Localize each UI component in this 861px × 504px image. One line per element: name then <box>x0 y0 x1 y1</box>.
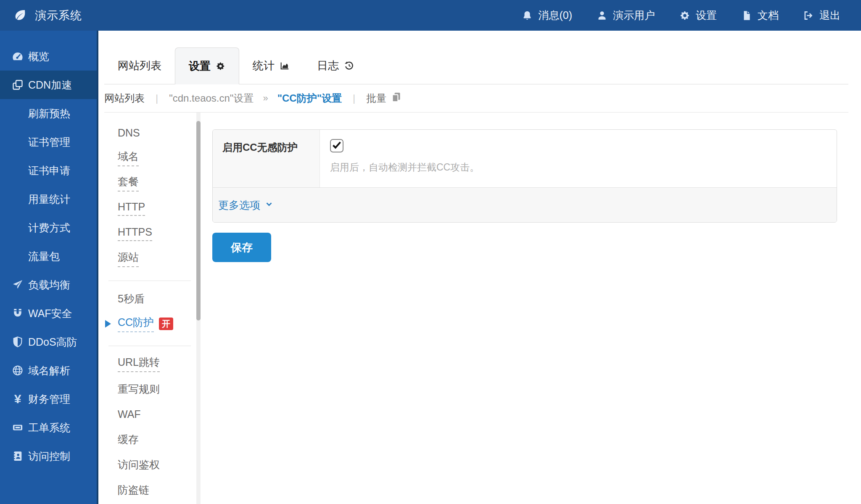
sidebar-item-billing[interactable]: 计费方式 <box>0 213 97 242</box>
scrollbar-thumb[interactable] <box>196 121 201 320</box>
subnav-item-cache[interactable]: 缓存 <box>104 427 201 452</box>
sign-out-icon <box>803 10 814 21</box>
subnav-label: 5秒盾 <box>118 292 145 306</box>
subnav-label: 域名 <box>118 150 139 166</box>
docs-label: 文档 <box>758 8 779 22</box>
subnav-item-url-redirect[interactable]: URL跳转 <box>104 351 201 376</box>
bell-icon <box>522 10 533 21</box>
user-menu[interactable]: 演示用户 <box>584 0 667 31</box>
subnav-item-hotlink-protection[interactable]: 防盗链 <box>104 477 201 502</box>
subnav-label: DNS <box>118 127 140 139</box>
subnav-item-cc-protection[interactable]: CC防护 开 <box>104 311 201 336</box>
sidebar-item-label: 域名解析 <box>0 364 70 378</box>
settings-button[interactable]: 设置 <box>667 0 729 31</box>
subnav-label: 源站 <box>118 250 139 267</box>
sidebar-item-label: 概览 <box>0 50 49 63</box>
subnav-item-dns[interactable]: DNS <box>104 120 201 145</box>
cc-protection-form: 启用CC无感防护 启用后，自动检测并拦截CC攻击。 更多选项 <box>201 113 861 504</box>
yuan-icon: ¥ <box>11 393 24 405</box>
subnav-label: 访问鉴权 <box>118 458 160 472</box>
subnav-divider <box>108 346 191 346</box>
docs-button[interactable]: 文档 <box>729 0 791 31</box>
logout-button[interactable]: 退出 <box>791 0 853 31</box>
setting-row: 启用CC无感防护 启用后，自动检测并拦截CC攻击。 <box>213 130 837 187</box>
history-icon <box>344 60 354 71</box>
checkmark-icon <box>332 140 342 152</box>
tab-label: 设置 <box>189 59 211 74</box>
subnav-label: CC防护 <box>118 315 154 332</box>
breadcrumb-arrow: » <box>263 93 268 104</box>
batch-button[interactable]: 批量 <box>366 92 402 105</box>
user-label: 演示用户 <box>613 8 655 22</box>
sidebar-item-label: 用量统计 <box>0 192 70 206</box>
tab-logs[interactable]: 日志 <box>304 47 368 84</box>
sidebar-item-overview[interactable]: 概览 <box>0 42 97 71</box>
subnav-divider <box>108 281 191 281</box>
subnav-item-origin[interactable]: 源站 <box>104 246 201 271</box>
gauge-icon <box>11 50 24 63</box>
sidebar-item-finance[interactable]: ¥ 财务管理 <box>0 385 97 413</box>
sidebar-item-usage-stats[interactable]: 用量统计 <box>0 185 97 213</box>
topbar-menu: 消息(0) 演示用户 设置 文档 退出 <box>510 0 861 31</box>
sidebar-item-traffic-pack[interactable]: 流量包 <box>0 242 97 270</box>
area-chart-icon <box>280 60 290 71</box>
tab-statistics[interactable]: 统计 <box>239 47 304 84</box>
sidebar-item-cert-apply[interactable]: 证书申请 <box>0 156 97 185</box>
logout-label: 退出 <box>819 8 840 22</box>
sidebar-item-dns-resolve[interactable]: 域名解析 <box>0 356 97 385</box>
document-icon <box>741 10 752 21</box>
brand: 演示系统 <box>0 8 82 23</box>
tab-settings[interactable]: 设置 <box>175 47 239 84</box>
sidebar-item-ddos[interactable]: DDoS高防 <box>0 328 97 356</box>
subnav-item-https[interactable]: HTTPS <box>104 221 201 246</box>
subnav-item-waf[interactable]: WAF <box>104 402 201 427</box>
subnav-item-domain[interactable]: 域名 <box>104 145 201 171</box>
sidebar-item-tickets[interactable]: 工单系统 <box>0 413 97 442</box>
subnav-item-http[interactable]: HTTP <box>104 196 201 221</box>
subnav-label: HTTPS <box>118 226 152 241</box>
sidebar-item-access-control[interactable]: 访问控制 <box>0 442 97 470</box>
content-body: DNS 域名 套餐 HTTP HTTPS 源站 5秒盾 CC防护 开 URL跳转… <box>98 113 861 504</box>
user-icon <box>597 10 607 21</box>
subnav-item-plan[interactable]: 套餐 <box>104 171 201 196</box>
more-options-link[interactable]: 更多选项 <box>218 198 274 212</box>
messages-button[interactable]: 消息(0) <box>510 0 584 31</box>
sidebar-item-waf[interactable]: WAF安全 <box>0 299 97 328</box>
help-text: 启用后，自动检测并拦截CC攻击。 <box>330 161 837 174</box>
sidebar-item-label: CDN加速 <box>0 78 72 92</box>
sidebar-item-cdn[interactable]: CDN加速 <box>0 71 97 99</box>
more-options-row: 更多选项 <box>213 187 837 222</box>
breadcrumb-site-list[interactable]: 网站列表 <box>104 92 145 105</box>
sidebar-item-label: WAF安全 <box>0 307 72 320</box>
tab-label: 统计 <box>253 58 275 73</box>
subnav-item-access-auth[interactable]: 访问鉴权 <box>104 452 201 477</box>
sidebar-item-cert-manage[interactable]: 证书管理 <box>0 128 97 156</box>
sidebar-item-refresh-preheat[interactable]: 刷新预热 <box>0 99 97 128</box>
more-options-label: 更多选项 <box>218 198 260 212</box>
tab-bar: 网站列表 设置 统计 日志 <box>104 31 848 84</box>
sidebar-item-load-balance[interactable]: 负载均衡 <box>0 270 97 299</box>
setting-value-cell: 启用后，自动检测并拦截CC攻击。 <box>320 130 837 187</box>
sidebar-item-label: 负载均衡 <box>0 278 70 292</box>
id-card-icon <box>11 450 24 462</box>
breadcrumb-separator: | <box>353 92 355 104</box>
ticket-icon <box>11 422 24 433</box>
breadcrumb-separator: | <box>156 92 158 104</box>
magnet-icon <box>11 307 24 319</box>
status-badge-on: 开 <box>159 318 173 330</box>
sidebar-item-label: 计费方式 <box>0 221 70 235</box>
leaf-icon <box>14 8 26 23</box>
settings-label: 设置 <box>696 8 717 22</box>
main-content: 网站列表 设置 统计 日志 网站列表 | "cdn.teaos.cn"设置 » … <box>98 31 861 504</box>
subnav-scrollbar <box>196 113 201 504</box>
cc-protection-checkbox[interactable] <box>330 139 343 152</box>
gear-icon <box>679 10 690 21</box>
triangle-right-icon <box>105 320 111 328</box>
subnav-item-5s-shield[interactable]: 5秒盾 <box>104 286 201 311</box>
subnav-item-rewrite-rules[interactable]: 重写规则 <box>104 376 201 402</box>
save-button[interactable]: 保存 <box>212 233 271 262</box>
tab-site-list[interactable]: 网站列表 <box>104 47 175 84</box>
breadcrumb-current: "CC防护"设置 <box>277 92 342 105</box>
breadcrumb-domain-settings[interactable]: "cdn.teaos.cn"设置 <box>169 92 254 105</box>
subnav-label: 防盗链 <box>118 483 149 497</box>
